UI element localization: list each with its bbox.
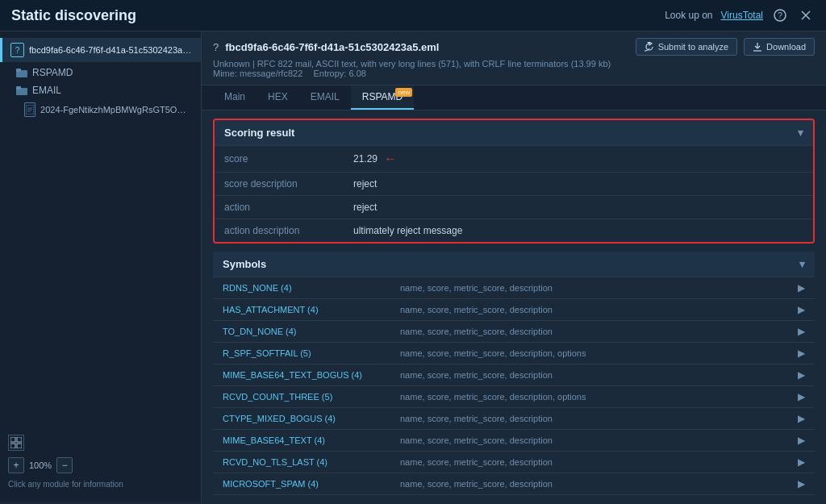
svg-rect-13: [17, 437, 22, 442]
svg-rect-7: [16, 86, 21, 90]
symbol-row[interactable]: RCVD_COUNT_THREE (5) name, score, metric…: [213, 385, 815, 407]
symbol-chevron-icon: ▶: [798, 369, 805, 381]
svg-text:?: ?: [778, 11, 782, 20]
sidebar-file-name: fbcd9fa6-6c46-7f6f-d41a-51c5302423a5.eml: [29, 45, 193, 55]
symbol-name: R_SPF_SOFTFAIL (5): [223, 348, 400, 358]
symbol-desc: name, score, metric_score, description: [400, 305, 798, 314]
zoom-out-button[interactable]: −: [56, 457, 73, 473]
symbol-desc: name, score, metric_score, description: [400, 414, 798, 423]
symbol-chevron-icon: ▶: [798, 304, 805, 315]
scoring-collapse-icon[interactable]: ▾: [798, 127, 803, 139]
symbol-row[interactable]: RDNS_NONE (4) name, score, metric_score,…: [213, 277, 815, 298]
symbol-row[interactable]: CTYPE_MIXED_BOGUS (4) name, score, metri…: [213, 407, 815, 429]
symbol-chevron-icon: ▶: [798, 435, 805, 446]
expand-icon[interactable]: [8, 435, 24, 451]
tab-main[interactable]: Main: [213, 85, 257, 110]
score-label: score: [224, 153, 353, 165]
zoom-in-button[interactable]: +: [8, 457, 24, 473]
file-meta: Unknown | RFC 822 mail, ASCII text, with…: [213, 59, 815, 69]
help-button[interactable]: ?: [771, 6, 789, 24]
title-bar: Static discovering Look up on VirusTotal…: [0, 0, 826, 31]
action-row: action reject: [215, 195, 813, 219]
zoom-level: 100%: [29, 460, 52, 470]
submit-analyze-button[interactable]: Submit to analyze: [636, 38, 737, 56]
symbol-chevron-icon: ▶: [798, 326, 805, 337]
symbol-desc: name, score, metric_score, description: [400, 435, 798, 445]
symbol-name: MIME_BASE64_TEXT (4): [223, 435, 400, 445]
svg-rect-14: [10, 444, 15, 448]
symbol-name: RCVD_NO_TLS_LAST (4): [223, 457, 400, 467]
rspamd-content[interactable]: Scoring result ▾ score 21.29 ← score des…: [202, 110, 826, 502]
symbol-chevron-icon: ▶: [798, 456, 805, 468]
symbol-row[interactable]: R_SPF_SOFTFAIL (5) name, score, metric_s…: [213, 342, 815, 364]
tab-email[interactable]: EMAIL: [299, 85, 351, 110]
app-title: Static discovering: [11, 7, 136, 24]
symbol-chevron-icon: ▶: [798, 478, 805, 489]
svg-rect-5: [16, 69, 21, 72]
virus-total-prefix: Look up on: [665, 10, 712, 21]
symbol-row[interactable]: TO_DN_NONE (4) name, score, metric_score…: [213, 320, 815, 342]
rspamd-label: RSPAMD: [32, 67, 73, 78]
symbol-row[interactable]: MIME_BASE64_TEXT_BOGUS (4) name, score, …: [213, 364, 815, 385]
new-badge: new: [395, 88, 412, 97]
action-description-label: action description: [224, 225, 353, 236]
symbol-row[interactable]: MICROSOFT_SPAM (4) name, score, metric_s…: [213, 473, 815, 494]
tab-bar: Main HEX EMAIL RSPAMD new: [202, 85, 826, 110]
file-name-header: fbcd9fa6-6c46-7f6f-d41a-51c5302423a5.eml: [225, 41, 439, 53]
symbol-chevron-icon: ▶: [798, 282, 805, 294]
score-row: score 21.29 ←: [215, 145, 813, 172]
entropy-text: Entropy: 6.08: [313, 69, 365, 78]
symbol-row[interactable]: RCVD_NO_TLS_LAST (4) name, score, metric…: [213, 451, 815, 473]
score-description-label: score description: [224, 178, 353, 190]
score-arrow: ←: [384, 152, 397, 166]
symbols-collapse-icon[interactable]: ▾: [799, 258, 805, 270]
sidebar-subfile[interactable]: 2024-FgeNtikzhMpBMWgRsGT5OMth_Xte...: [0, 99, 201, 120]
email-label: EMAIL: [32, 85, 61, 96]
zoom-controls: + 100% −: [8, 457, 73, 473]
symbols-header: Symbols ▾: [213, 252, 815, 277]
download-button[interactable]: Download: [744, 38, 815, 56]
symbol-desc: name, score, metric_score, description: [400, 479, 798, 489]
download-icon: [753, 42, 762, 52]
folder-icon: [16, 67, 27, 78]
sidebar: ? fbcd9fa6-6c46-7f6f-d41a-51c5302423a5.e…: [0, 31, 202, 502]
symbol-name: MIME_TRACE (4): [223, 501, 400, 502]
file-mime-entropy: Mime: message/rfc822 Entropy: 6.08: [213, 69, 815, 78]
symbol-desc: name, score, metric_score, description, …: [400, 392, 798, 402]
virus-total-link[interactable]: VirusTotal: [721, 10, 763, 21]
svg-rect-12: [10, 437, 15, 442]
action-description-value: ultimately reject message: [353, 225, 462, 236]
score-description-value: reject: [353, 178, 377, 190]
action-description-row: action description ultimately reject mes…: [215, 219, 813, 242]
file-question-icon: ?: [10, 43, 24, 57]
symbol-desc: name, score, metric_score, description: [400, 370, 798, 380]
scoring-title: Scoring result: [224, 127, 294, 139]
close-button[interactable]: [797, 6, 815, 24]
main-container: ? fbcd9fa6-6c46-7f6f-d41a-51c5302423a5.e…: [0, 31, 826, 502]
sidebar-item-rspamd[interactable]: RSPAMD: [0, 64, 201, 81]
symbol-desc: name, score, metric_score, description: [400, 283, 798, 293]
action-label: action: [224, 202, 353, 213]
tab-hex[interactable]: HEX: [257, 85, 299, 110]
sidebar-bottom: + 100% − Click any module for informatio…: [0, 428, 201, 495]
symbol-row[interactable]: HAS_ATTACHMENT (4) name, score, metric_s…: [213, 298, 815, 320]
symbols-section: Symbols ▾ RDNS_NONE (4) name, score, met…: [213, 252, 815, 502]
symbol-chevron-icon: ▶: [798, 348, 805, 359]
symbol-desc: name, score, metric_score, description: [400, 457, 798, 467]
symbol-row[interactable]: MIME_TRACE (4) name, score, metric_score…: [213, 494, 815, 502]
symbol-desc: name, score, metric_score, options: [400, 501, 798, 502]
symbol-row[interactable]: MIME_BASE64_TEXT (4) name, score, metric…: [213, 429, 815, 451]
action-value: reject: [353, 202, 377, 213]
subfile-icon: [24, 102, 35, 117]
mime-text: Mime: message/rfc822: [213, 69, 302, 78]
sidebar-main-file[interactable]: ? fbcd9fa6-6c46-7f6f-d41a-51c5302423a5.e…: [0, 38, 201, 62]
sidebar-item-email[interactable]: EMAIL: [0, 81, 201, 99]
symbol-name: HAS_ATTACHMENT (4): [223, 305, 400, 314]
click-info-label: Click any module for information: [8, 480, 123, 489]
symbols-title: Symbols: [223, 258, 266, 270]
score-value: 21.29 ←: [353, 152, 397, 166]
scoring-section: Scoring result ▾ score 21.29 ← score des…: [213, 119, 815, 244]
tab-rspamd[interactable]: RSPAMD new: [351, 85, 414, 110]
symbol-desc: name, score, metric_score, description: [400, 327, 798, 336]
symbol-name: CTYPE_MIXED_BOGUS (4): [223, 414, 400, 423]
